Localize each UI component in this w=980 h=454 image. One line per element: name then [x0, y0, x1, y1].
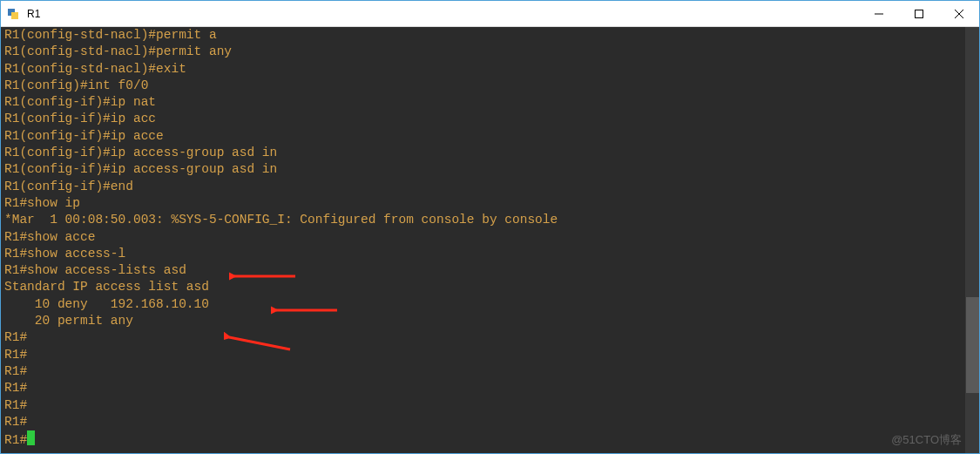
- terminal-line: R1#show acce: [4, 229, 964, 246]
- app-icon: [1, 7, 25, 21]
- minimize-button[interactable]: [859, 1, 899, 26]
- terminal-line: 20 permit any: [4, 313, 964, 329]
- window-title: R1: [25, 8, 859, 20]
- terminal-line: R1#show access-lists asd: [4, 262, 964, 279]
- terminal-line: R1#: [4, 329, 964, 346]
- terminal-line: R1#: [4, 347, 964, 363]
- terminal-line: R1#: [4, 414, 964, 430]
- terminal-line: R1#: [4, 380, 964, 396]
- watermark: @51CTO博客: [891, 432, 962, 448]
- terminal-line: R1(config-if)#ip acc: [4, 111, 964, 127]
- window-controls: [859, 1, 979, 26]
- scrollbar-thumb[interactable]: [966, 297, 979, 393]
- terminal-line: R1(config-if)#ip access-group asd in: [4, 145, 964, 161]
- terminal-line: R1#: [4, 363, 964, 380]
- terminal-line: R1(config-if)#ip acce: [4, 128, 964, 145]
- terminal-line: R1#show ip: [4, 195, 964, 212]
- scrollbar[interactable]: [964, 27, 979, 453]
- terminal-line: R1(config-if)#end: [4, 179, 964, 195]
- terminal-line: R1(config-std-nacl)#permit a: [4, 27, 964, 44]
- terminal-line: 10 deny 192.168.10.10: [4, 296, 964, 313]
- terminal[interactable]: R1(config-std-nacl)#permit aR1(config-st…: [1, 27, 964, 453]
- terminal-line: R1#show access-l: [4, 246, 964, 262]
- close-button[interactable]: [939, 1, 979, 26]
- cursor: [27, 430, 35, 445]
- terminal-line: R1(config-std-nacl)#exit: [4, 61, 964, 78]
- terminal-line: R1#: [4, 430, 964, 449]
- terminal-line: R1(config-if)#ip nat: [4, 94, 964, 111]
- terminal-line: R1(config)#int f0/0: [4, 78, 964, 94]
- terminal-line: R1(config-if)#ip access-group asd in: [4, 161, 964, 178]
- terminal-line: R1(config-std-nacl)#permit any: [4, 44, 964, 60]
- terminal-line: Standard IP access list asd: [4, 279, 964, 295]
- svg-rect-0: [916, 10, 923, 17]
- titlebar: R1: [1, 1, 979, 27]
- terminal-line: R1#: [4, 397, 964, 414]
- maximize-button[interactable]: [899, 1, 939, 26]
- terminal-line: *Mar 1 00:08:50.003: %SYS-5-CONFIG_I: Co…: [4, 212, 964, 228]
- terminal-wrap: R1(config-std-nacl)#permit aR1(config-st…: [1, 27, 979, 453]
